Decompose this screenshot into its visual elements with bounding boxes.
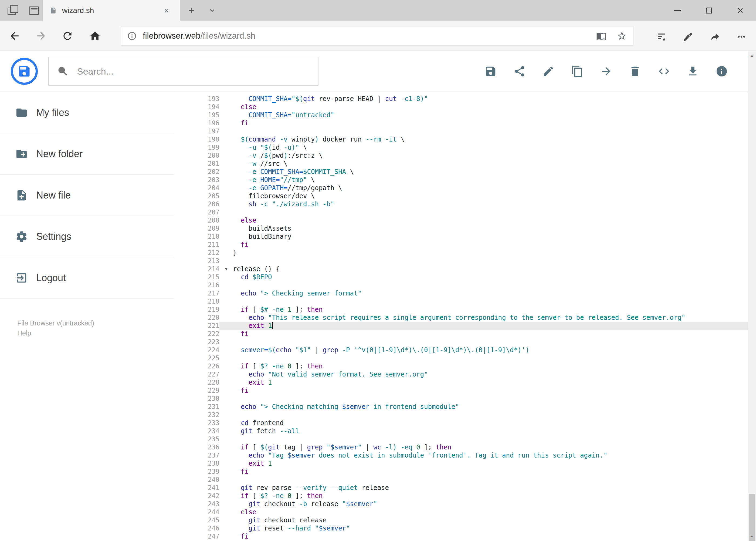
- code-text[interactable]: fi: [219, 330, 748, 338]
- code-text[interactable]: -u "$(id -u)" \: [219, 144, 748, 152]
- code-text[interactable]: echo "> Checking semver format": [219, 289, 748, 297]
- move-button[interactable]: [592, 58, 621, 85]
- code-text[interactable]: cd $REPO: [219, 273, 748, 281]
- browser-tab[interactable]: wizard.sh: [43, 0, 180, 21]
- code-text[interactable]: [219, 435, 748, 443]
- code-text[interactable]: git rev-parse --verify --quiet release: [219, 484, 748, 492]
- code-text[interactable]: [219, 127, 748, 135]
- copy-button[interactable]: [563, 58, 592, 85]
- code-text[interactable]: [219, 281, 748, 289]
- code-text[interactable]: filebrowser/dev \: [219, 192, 748, 200]
- page-info-icon[interactable]: [127, 31, 137, 41]
- share-button[interactable]: [505, 58, 534, 85]
- info-button[interactable]: [707, 58, 736, 85]
- back-button[interactable]: [6, 27, 23, 45]
- code-text[interactable]: git checkout release: [219, 516, 748, 524]
- code-text[interactable]: [219, 208, 748, 216]
- code-text[interactable]: if [ $# -ne 1 ]; then: [219, 305, 748, 313]
- scroll-down-arrow-icon[interactable]: ▾: [748, 532, 756, 541]
- code-text[interactable]: git fetch --all: [219, 427, 748, 435]
- scroll-up-arrow-icon[interactable]: ▴: [748, 51, 756, 60]
- save-button[interactable]: [476, 58, 505, 85]
- more-button[interactable]: [733, 28, 750, 45]
- sidebar-item-settings[interactable]: Settings: [0, 216, 174, 258]
- code-text[interactable]: else: [219, 508, 748, 516]
- reading-view-icon[interactable]: [596, 31, 607, 41]
- code-text[interactable]: buildBinary: [219, 233, 748, 241]
- search-input[interactable]: [76, 66, 310, 77]
- favorite-star-icon[interactable]: [617, 31, 627, 41]
- app-logo[interactable]: [11, 58, 38, 85]
- fold-marker-icon[interactable]: ▾: [221, 265, 232, 273]
- code-text[interactable]: exit 1: [219, 322, 748, 330]
- sidebar-item-new-folder[interactable]: New folder: [0, 134, 174, 175]
- page-scrollbar[interactable]: ▴ ▾: [748, 51, 756, 541]
- code-text[interactable]: COMMIT_SHA="$(git rev-parse HEAD | cut -…: [219, 95, 748, 103]
- new-tab-button[interactable]: [186, 5, 197, 16]
- delete-button[interactable]: [621, 58, 649, 85]
- code-text[interactable]: if [ $? -ne 0 ]; then: [219, 362, 748, 370]
- refresh-button[interactable]: [59, 27, 76, 45]
- code-text[interactable]: [219, 476, 748, 484]
- code-text[interactable]: exit 1: [219, 378, 748, 386]
- help-link[interactable]: Help: [17, 328, 94, 338]
- tab-preview-icon[interactable]: [29, 5, 39, 16]
- code-text[interactable]: -w //src \: [219, 160, 748, 168]
- code-text[interactable]: exit 1: [219, 459, 748, 467]
- share-page-button[interactable]: [706, 28, 724, 45]
- maximize-button[interactable]: [693, 0, 724, 21]
- code-text[interactable]: fi: [219, 386, 748, 395]
- code-text[interactable]: [219, 354, 748, 362]
- code-text[interactable]: if [ $? -ne 0 ]; then: [219, 492, 748, 500]
- minimize-button[interactable]: [661, 0, 693, 21]
- sidebar-item-logout[interactable]: Logout: [0, 258, 174, 299]
- code-text[interactable]: echo "Not valid semver format. See semve…: [219, 370, 748, 378]
- code-line: 243 git checkout -b release "$semver": [0, 500, 748, 508]
- tab-close-button[interactable]: [161, 5, 173, 16]
- code-text[interactable]: -e HOME="//tmp" \: [219, 176, 748, 184]
- sidebar-item-new-file[interactable]: New file: [0, 175, 174, 216]
- code-text[interactable]: echo "Tag $semver does not exist in subm…: [219, 451, 748, 459]
- code-text[interactable]: cd frontend: [219, 419, 748, 427]
- ink-button[interactable]: [680, 28, 697, 45]
- code-text[interactable]: else: [219, 216, 748, 225]
- minimize-icon: [674, 10, 681, 11]
- code-text[interactable]: git reset --hard "$semver": [219, 524, 748, 532]
- code-text[interactable]: buildAssets: [219, 225, 748, 233]
- code-text[interactable]: [219, 257, 748, 265]
- download-button[interactable]: [678, 58, 707, 85]
- home-button[interactable]: [86, 27, 104, 45]
- code-text[interactable]: fi: [219, 241, 748, 249]
- code-text[interactable]: semver=$(echo "$1" | grep -P '^v(0|[1-9]…: [219, 346, 748, 354]
- code-text[interactable]: COMMIT_SHA="untracked": [219, 111, 748, 119]
- code-text[interactable]: [219, 338, 748, 346]
- code-text[interactable]: -e GOPATH=//tmp/gopath \: [219, 184, 748, 192]
- code-text[interactable]: echo "This release script requires a sin…: [219, 313, 748, 322]
- tabs-set-aside-icon[interactable]: [7, 5, 18, 16]
- address-bar[interactable]: filebrowser.web/files/wizard.sh: [121, 26, 633, 46]
- search-box[interactable]: [48, 57, 319, 86]
- code-text[interactable]: if [ $(git tag | grep "$semver" | wc -l)…: [219, 443, 748, 451]
- code-text[interactable]: fi: [219, 119, 748, 127]
- editor-button[interactable]: [649, 58, 678, 85]
- code-text[interactable]: else: [219, 103, 748, 111]
- code-text[interactable]: sh -c "./wizard.sh -b": [219, 200, 748, 208]
- code-text[interactable]: [219, 411, 748, 419]
- hub-button[interactable]: [653, 28, 670, 45]
- window-close-button[interactable]: [724, 0, 756, 21]
- code-text[interactable]: echo "> Checking matching $semver in fro…: [219, 403, 748, 411]
- code-text[interactable]: [219, 297, 748, 305]
- forward-button[interactable]: [32, 27, 50, 45]
- code-text[interactable]: [219, 395, 748, 403]
- code-text[interactable]: fi: [219, 532, 748, 540]
- code-text[interactable]: git checkout -b release "$semver": [219, 500, 748, 508]
- code-text[interactable]: -v /$(pwd):/src:z \: [219, 152, 748, 160]
- code-text[interactable]: $(command -v winpty) docker run --rm -it…: [219, 135, 748, 144]
- code-text[interactable]: fi: [219, 467, 748, 476]
- code-text[interactable]: release () {: [219, 265, 748, 273]
- code-text[interactable]: -e COMMIT_SHA=$COMMIT_SHA \: [219, 168, 748, 176]
- sidebar-item-my-files[interactable]: My files: [0, 92, 174, 134]
- tab-preview-chevron-button[interactable]: [206, 5, 218, 16]
- rename-button[interactable]: [534, 58, 563, 85]
- code-text[interactable]: }: [219, 249, 748, 257]
